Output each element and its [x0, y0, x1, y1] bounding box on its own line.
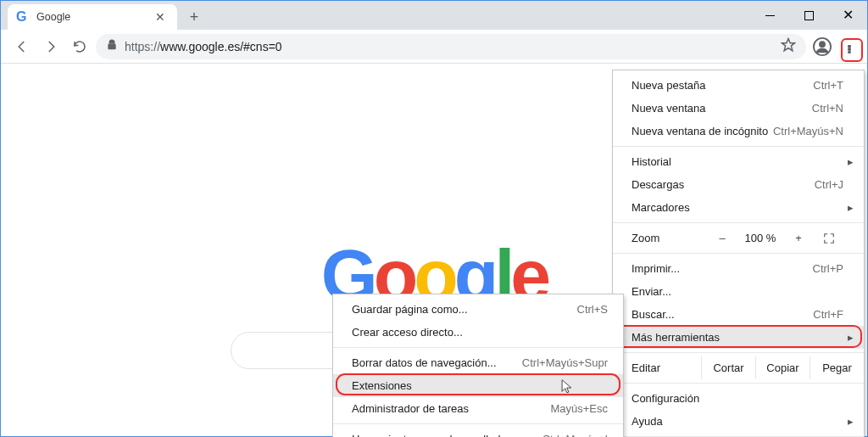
- edit-copy-button[interactable]: Copiar: [755, 356, 810, 379]
- menu-label: Nueva ventana de incógnito: [632, 125, 768, 137]
- menu-item-downloads[interactable]: Descargas Ctrl+J: [613, 173, 864, 196]
- menu-item-bookmarks[interactable]: Marcadores ▸: [613, 196, 864, 219]
- address-bar[interactable]: https://www.google.es/#cns=0: [96, 34, 806, 59]
- menu-separator: [613, 146, 864, 147]
- edit-paste-button[interactable]: Pegar: [810, 356, 864, 379]
- toolbar: https://www.google.es/#cns=0: [1, 30, 867, 64]
- window-close-button[interactable]: ✕: [828, 1, 867, 30]
- menu-item-edit: Editar Cortar Copiar Pegar: [613, 356, 864, 379]
- submenu-item-clear-data[interactable]: Borrar datos de navegación... Ctrl+Mayús…: [333, 351, 623, 374]
- window-controls: ✕: [750, 1, 867, 30]
- submenu-item-extensions[interactable]: Extensiones: [333, 374, 623, 397]
- menu-label: Marcadores: [632, 201, 690, 214]
- forward-button[interactable]: [38, 34, 64, 59]
- new-tab-button[interactable]: +: [182, 5, 206, 29]
- menu-label: Herramientas para desarrolladores: [352, 433, 522, 437]
- submenu-item-save-page[interactable]: Guardar página como... Ctrl+S: [333, 298, 623, 321]
- menu-item-help[interactable]: Ayuda ▸: [613, 410, 864, 433]
- menu-shortcut: Ctrl+J: [815, 178, 843, 191]
- svg-point-3: [820, 42, 825, 47]
- menu-label: Imprimir...: [632, 262, 680, 275]
- url-text: https://www.google.es/#cns=0: [125, 40, 774, 53]
- menu-label: Nueva pestaña: [632, 79, 705, 92]
- menu-label: Enviar...: [632, 285, 671, 298]
- menu-item-zoom: Zoom – 100 % +: [613, 227, 864, 249]
- lock-icon: [106, 39, 118, 54]
- chevron-right-icon: ▸: [848, 155, 854, 168]
- menu-label: Ayuda: [632, 415, 663, 428]
- zoom-value: 100 %: [738, 232, 782, 244]
- menu-label: Descargas: [632, 178, 684, 191]
- window-maximize-button[interactable]: [789, 1, 828, 30]
- menu-item-history[interactable]: Historial ▸: [613, 150, 864, 173]
- more-menu-button[interactable]: [838, 36, 860, 58]
- more-tools-submenu: Guardar página como... Ctrl+S Crear acce…: [332, 294, 624, 437]
- tab-title: Google: [36, 11, 70, 23]
- submenu-item-dev-tools[interactable]: Herramientas para desarrolladores Ctrl+M…: [333, 428, 623, 437]
- menu-separator: [613, 253, 864, 254]
- menu-shortcut: Ctrl+T: [813, 79, 843, 92]
- window-minimize-button[interactable]: [750, 1, 789, 30]
- menu-item-more-tools[interactable]: Más herramientas ▸: [613, 326, 864, 349]
- menu-item-new-window[interactable]: Nueva ventana Ctrl+N: [613, 97, 864, 120]
- submenu-item-task-manager[interactable]: Administrador de tareas Mayús+Esc: [333, 397, 623, 420]
- menu-label: Nueva ventana: [632, 102, 705, 115]
- zoom-out-button[interactable]: –: [706, 232, 738, 244]
- fullscreen-button[interactable]: [815, 233, 843, 244]
- menu-label: Extensiones: [352, 379, 412, 392]
- menu-label: Editar: [632, 361, 693, 374]
- chevron-right-icon: ▸: [848, 331, 854, 344]
- menu-separator: [333, 347, 623, 348]
- menu-shortcut: Ctrl+N: [812, 102, 843, 115]
- chrome-main-menu: Nueva pestaña Ctrl+T Nueva ventana Ctrl+…: [612, 70, 865, 437]
- back-button[interactable]: [9, 34, 35, 59]
- menu-shortcut: Ctrl+Mayús+I: [542, 433, 608, 437]
- submenu-item-create-shortcut[interactable]: Crear acceso directo...: [333, 321, 623, 344]
- menu-label: Zoom: [632, 232, 693, 244]
- titlebar: G Google ✕ + ✕: [1, 1, 867, 30]
- menu-shortcut: Ctrl+P: [813, 262, 843, 275]
- menu-shortcut: Ctrl+Mayús+N: [773, 125, 843, 137]
- menu-label: Administrador de tareas: [352, 402, 469, 415]
- menu-separator: [613, 222, 864, 223]
- edit-cut-button[interactable]: Cortar: [701, 356, 755, 379]
- menu-item-find[interactable]: Buscar... Ctrl+F: [613, 303, 864, 326]
- menu-label: Borrar datos de navegación...: [352, 356, 497, 369]
- menu-separator: [613, 383, 864, 384]
- menu-label: Crear acceso directo...: [352, 326, 463, 339]
- menu-label: Buscar...: [632, 308, 675, 321]
- menu-item-print[interactable]: Imprimir... Ctrl+P: [613, 257, 864, 280]
- menu-label: Historial: [632, 155, 671, 168]
- reload-button[interactable]: [67, 34, 92, 59]
- menu-shortcut: Ctrl+F: [813, 308, 843, 321]
- menu-shortcut: Ctrl+S: [577, 303, 608, 316]
- menu-separator: [613, 352, 864, 353]
- menu-shortcut: Mayús+Esc: [550, 402, 608, 415]
- svg-rect-0: [108, 43, 115, 48]
- close-tab-icon[interactable]: ✕: [155, 10, 165, 24]
- chrome-window: G Google ✕ + ✕ https://www.google.es/#: [0, 0, 868, 437]
- menu-item-new-tab[interactable]: Nueva pestaña Ctrl+T: [613, 74, 864, 97]
- account-icon[interactable]: [810, 34, 835, 59]
- browser-tab[interactable]: G Google ✕: [8, 4, 177, 30]
- menu-label: Más herramientas: [632, 331, 720, 344]
- menu-label: Configuración: [632, 392, 699, 405]
- chevron-right-icon: ▸: [848, 201, 854, 214]
- bookmark-star-icon[interactable]: [781, 37, 796, 56]
- menu-shortcut: Ctrl+Mayús+Supr: [522, 356, 608, 369]
- menu-item-settings[interactable]: Configuración: [613, 387, 864, 410]
- menu-separator: [333, 423, 623, 424]
- menu-item-cast[interactable]: Enviar...: [613, 280, 864, 303]
- cursor-icon: [561, 379, 574, 396]
- menu-label: Guardar página como...: [352, 303, 468, 316]
- menu-item-incognito[interactable]: Nueva ventana de incógnito Ctrl+Mayús+N: [613, 120, 864, 143]
- svg-marker-1: [782, 38, 795, 50]
- zoom-in-button[interactable]: +: [782, 232, 815, 244]
- chevron-right-icon: ▸: [848, 415, 854, 428]
- google-favicon: G: [16, 10, 30, 24]
